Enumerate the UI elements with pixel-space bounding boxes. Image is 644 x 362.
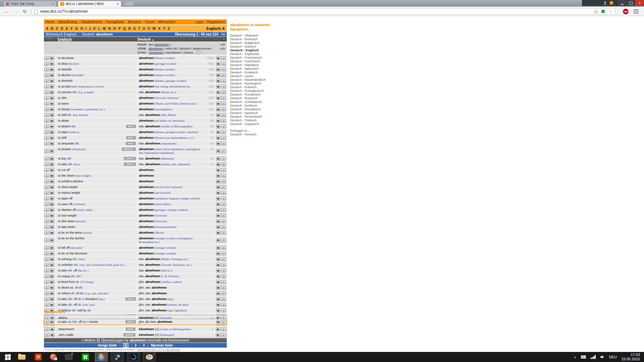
info-button[interactable]: i (44, 263, 49, 267)
tray-device-icon[interactable] (581, 355, 586, 359)
sidebar-extra-link[interactable]: Deutsch - Finnisch (230, 132, 294, 136)
audio-button[interactable] (216, 257, 221, 261)
english-term[interactable]: detachment (58, 327, 74, 331)
english-term[interactable]: to slacken off (58, 208, 76, 212)
system-tool-taskbar-icon[interactable] (62, 353, 75, 361)
english-term[interactable]: to wane (58, 102, 69, 105)
letter-n[interactable]: N (108, 27, 111, 31)
info-button[interactable]: i (44, 238, 49, 242)
audio-button[interactable] (50, 286, 54, 290)
nav-item-about-extras[interactable]: About/Extras (58, 20, 77, 24)
letter-r[interactable]: R (128, 27, 131, 31)
paint-taskbar-icon[interactable] (143, 353, 156, 361)
table-row[interactable]: ito slump [in numbers, popularity etc.]a… (44, 107, 227, 112)
audio-button[interactable] (216, 191, 221, 195)
audio-button[interactable] (50, 219, 54, 223)
letter-c[interactable]: C (56, 27, 58, 31)
table-row[interactable]: ito accept [after inspection or review]a… (44, 84, 227, 89)
letter-z[interactable]: Z (168, 27, 170, 31)
subject-badge[interactable]: idiom (125, 297, 136, 301)
german-term[interactable]: abnehmen [weniger werden] (139, 246, 176, 249)
bookmark-star-icon[interactable]: ☆ (609, 10, 612, 13)
tray-expand-icon[interactable]: ▲ (574, 356, 576, 359)
forward-button[interactable]: → (13, 8, 18, 14)
info-button[interactable]: i (44, 79, 49, 83)
english-term[interactable]: to relieve sb. of sth. (58, 292, 84, 295)
audio-button[interactable] (216, 130, 221, 134)
german-term[interactable]: abnehmen [kleiner, geringer werden / mac… (139, 130, 198, 134)
english-term[interactable]: to decrease (58, 56, 74, 60)
english-term[interactable]: to answer (58, 147, 71, 151)
info-button[interactable]: i (44, 67, 49, 71)
audio-button[interactable] (216, 297, 221, 301)
info-button[interactable]: i (221, 280, 226, 284)
sidebar-language-link[interactable]: Deutsch - Kroatisch (230, 70, 294, 74)
url-text[interactable]: www.dict.cc/?s=abnehmen (40, 9, 88, 14)
sidebar-language-link[interactable]: Deutsch - Polnisch (230, 85, 294, 89)
german-term[interactable]: Abnehmen {n} [Fadenspiel] (139, 333, 174, 337)
audio-button[interactable] (216, 136, 221, 140)
info-button[interactable]: i (44, 225, 49, 229)
info-button[interactable]: i (221, 56, 226, 60)
info-button[interactable]: i (44, 214, 49, 218)
table-row[interactable]: ito reduce weightabnehmen [an Gewicht]i (44, 190, 227, 195)
letter-y[interactable]: Y (163, 27, 165, 31)
german-term[interactable]: jdm. jdn./etw. abnehmen (139, 320, 172, 323)
german-term[interactable]: abnehmen [weniger werden] (139, 252, 176, 255)
audio-button[interactable] (50, 274, 54, 278)
sidebar-language-link[interactable]: Deutsch - Serbisch (230, 104, 294, 107)
english-term[interactable]: to take sth. off (58, 269, 77, 272)
sidebar-language-link[interactable]: Deutsch - Rumänisch (230, 93, 294, 96)
chrome-taskbar-icon[interactable] (95, 353, 108, 361)
german-term[interactable]: etw. abnehmen [Hut etc.] (139, 269, 172, 272)
audio-button[interactable] (216, 84, 221, 88)
german-term[interactable]: etw. abnehmen [Maske etc.] (139, 90, 176, 94)
sidebar-language-link[interactable]: Deutsch - Spanisch (230, 111, 294, 115)
info-button[interactable]: i (221, 196, 226, 200)
german-term[interactable]: abnehmen (139, 168, 154, 172)
audio-button[interactable] (216, 268, 221, 273)
table-row[interactable]: ito thin down [lose weight]abnehmeni (44, 173, 227, 178)
windows-store-taskbar-icon[interactable] (79, 353, 92, 361)
audio-button[interactable] (50, 84, 54, 88)
german-term[interactable]: jdm. etw. abnehmen [ugs.] [glauben] (139, 309, 187, 312)
german-term[interactable]: abnehmen [kleiner, geringer werden] (139, 79, 186, 82)
audio-button[interactable] (216, 141, 221, 145)
permalink-url[interactable]: http://www.dict.cc/?s=abnehmen (137, 348, 180, 351)
letter-p[interactable]: P (118, 27, 121, 31)
audio-button[interactable] (216, 263, 221, 267)
table-row[interactable]: ito take sth. [buy]comm.etw. abnehmen [k… (44, 162, 227, 167)
audio-button[interactable] (216, 67, 221, 71)
table-row[interactable]: ito take sth. off sb. [rob, loot]jdm. et… (44, 302, 227, 307)
info-button[interactable]: i (44, 274, 49, 278)
table-row[interactable]: ito take sb./sth. off sb.'s handsidiomjd… (44, 319, 227, 324)
info-button[interactable]: i (221, 84, 226, 88)
audio-button[interactable] (50, 303, 54, 307)
audio-button[interactable] (216, 327, 220, 331)
info-button[interactable]: i (44, 168, 49, 172)
close-button[interactable]: × (635, 0, 644, 6)
back-button[interactable]: ← (4, 8, 9, 14)
audio-button[interactable] (216, 202, 221, 206)
audio-button[interactable] (50, 102, 54, 106)
info-button[interactable]: i (221, 268, 226, 273)
german-term[interactable]: etw. abnehmen [Hut, Helm] (139, 113, 176, 117)
info-button[interactable]: i (221, 327, 226, 331)
sidebar-language-link[interactable]: Deutsch - Italienisch (230, 67, 294, 70)
audio-button[interactable] (50, 333, 55, 337)
table-row[interactable]: ito unlimber sth. [esp. Am.] [unfasten] … (44, 262, 227, 267)
sidebar-language-link[interactable]: Deutsch - Griechisch (230, 59, 294, 63)
table-row[interactable]: ito detach sth.tech.etw. abnehmen [wiede… (44, 124, 227, 129)
audio-button[interactable] (50, 196, 54, 200)
letter-d[interactable]: D (61, 27, 63, 31)
info-button[interactable]: i (221, 257, 226, 261)
info-button[interactable]: i (221, 179, 226, 183)
table-row[interactable]: ito divest sb. of sth.jdm. etw. abnehmen… (44, 285, 227, 290)
audio-button[interactable] (50, 327, 55, 331)
audio-button[interactable] (216, 79, 221, 83)
volume-icon[interactable] (600, 355, 604, 359)
minimize-button[interactable] (618, 0, 627, 6)
german-term[interactable]: etw. abnehmen [wieder zu Befestigendes] (139, 125, 193, 128)
english-term[interactable]: to buy sth. (58, 157, 72, 160)
letter-w[interactable]: W (153, 27, 156, 31)
